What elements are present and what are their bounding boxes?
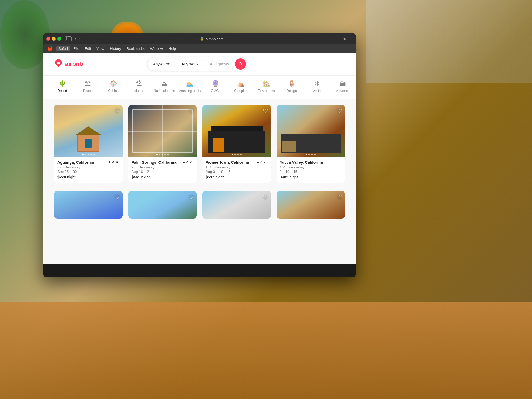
menu-window[interactable]: Window [148,46,165,51]
reader-icon[interactable]: ◑ [343,37,346,41]
menu-bookmarks[interactable]: Bookmarks [124,46,147,51]
category-islands[interactable]: 🏝 Islands [131,80,147,94]
search-button[interactable] [235,58,246,70]
listing-price-aguanga: $220 night [57,175,119,179]
listing-card-pioneertown[interactable]: ♡ Pioneertown, California ★ 4.95 [202,105,271,183]
category-amazing-pools[interactable]: 🏊 Amazing pools [181,80,198,94]
listing-card-row2-2[interactable]: ♡ [128,191,197,219]
listing-card-palmsprings[interactable]: ♡ Palm Springs, California ★ 4. [128,105,197,183]
airbnb-logo[interactable]: airbnb [54,59,83,70]
search-bar[interactable]: Anywhere Any week Add guests [147,57,247,71]
listing-image-palmsprings: ♡ [128,105,197,157]
listing-info-palmsprings: Palm Springs, California ★ 4.95 95 miles… [128,157,197,183]
category-amazing-pools-label: Amazing pools [179,89,201,93]
apple-menu[interactable]: 🍎 [47,46,53,51]
listing-location-pioneertown: Pioneertown, California [206,160,249,165]
category-arctic[interactable]: ❄ Arctic [309,80,326,94]
category-omg-label: OMG! [211,89,220,93]
star-icon: ★ [256,160,260,164]
listing-image-row2-4: ♡ [277,191,345,219]
logo-icon [54,59,63,70]
sidebar-toggle[interactable] [65,36,72,41]
menu-file[interactable]: File [71,46,81,51]
search-anywhere[interactable]: Anywhere [147,59,176,69]
listing-card-row2-3[interactable]: ♡ [202,191,271,219]
maximize-button[interactable] [57,37,61,41]
category-camping[interactable]: ⛺ Camping [232,80,249,94]
menu-safari[interactable]: Safari [56,46,70,51]
category-omg[interactable]: 🔮 OMG! [207,80,224,94]
menu-help[interactable]: Help [166,46,178,51]
listing-distance-yucca: 101 miles away [280,165,342,169]
airbnb-page: airbnb Anywhere Any week Add guests [43,53,356,264]
listing-price-pioneertown: $537 night [206,175,268,179]
listing-dates-yucca: Jul 10 – 15 [280,170,342,174]
logo-text: airbnb [65,60,83,68]
browser-controls: ◑ ⋯ [343,37,353,41]
beach-icon: ⛱ [85,80,91,87]
search-guests[interactable]: Add guests [204,59,235,69]
design-icon: 🪑 [288,80,296,87]
category-islands-label: Islands [134,89,144,93]
minimize-button[interactable] [52,37,56,41]
listing-dates-aguanga: Sep 25 – 30 [57,170,119,174]
wishlist-button-row2-1[interactable]: ♡ [114,194,120,201]
star-icon: ★ [182,160,186,164]
wishlist-button-pioneertown[interactable]: ♡ [263,108,268,115]
image-dots-yucca [306,154,316,155]
camping-icon: ⛺ [237,80,245,87]
listing-info-aguanga: Aguanga, California ★ 4.96 87 miles away… [54,157,123,183]
category-a-frames[interactable]: 🏔 A-frames [334,80,351,94]
listing-dates-palmsprings: Aug 16 – 21 [132,170,194,174]
category-beach[interactable]: ⛱ Beach [80,80,96,94]
search-any-week[interactable]: Any week [176,59,204,69]
arctic-icon: ❄ [315,80,320,87]
listing-image-aguanga: ♡ [54,105,123,157]
share-icon[interactable]: ⋯ [349,37,353,41]
listing-image-yucca: ♡ [277,105,345,157]
wishlist-button-row2-2[interactable]: ♡ [188,194,194,201]
category-cabins-label: Cabins [108,89,118,93]
listing-dates-pioneertown: Aug 31 – Sep 5 [206,170,268,174]
listing-card-row2-1[interactable]: ♡ [54,191,123,219]
wishlist-button-row2-4[interactable]: ♡ [337,194,342,201]
back-button[interactable]: ‹ [75,36,76,42]
menu-edit[interactable]: Edit [83,46,93,51]
wishlist-button-yucca[interactable]: ♡ [337,108,342,115]
national-parks-icon: ⛰ [161,80,167,87]
listing-card-yucca[interactable]: ♡ Yucca Valley, California 101 miles awa… [277,105,345,183]
amazing-pools-icon: 🏊 [186,80,194,87]
listing-image-row2-1: ♡ [54,191,123,219]
category-desert[interactable]: 🌵 Desert [54,80,71,94]
listing-card-aguanga[interactable]: ♡ Aguanga, California ★ 4.96 [54,105,123,183]
category-design-label: Design [287,89,297,93]
listing-rating-aguanga: ★ 4.96 [108,160,119,164]
cabins-icon: 🏠 [110,80,117,87]
listing-distance-pioneertown: 101 miles away [206,165,268,169]
category-arctic-label: Arctic [313,89,321,93]
wishlist-button-aguanga[interactable]: ♡ [114,108,120,115]
listing-price-yucca: $489 night [280,175,342,179]
category-tiny-homes[interactable]: 🏡 Tiny homes [258,80,275,94]
listing-card-row2-4[interactable]: ♡ [277,191,345,219]
category-cabins[interactable]: 🏠 Cabins [105,80,122,94]
listings-row2: ♡ ♡ ♡ ♡ [43,185,356,224]
tiny-homes-icon: 🏡 [263,80,270,87]
menu-view[interactable]: View [94,46,106,51]
image-dots-aguanga [82,154,95,155]
category-design[interactable]: 🪑 Design [283,80,300,94]
listing-info-yucca: Yucca Valley, California 101 miles away … [277,157,345,183]
category-national-parks[interactable]: ⛰ National parks [156,80,173,94]
url-display: airbnb.com [206,37,223,41]
window-reflection [366,0,532,83]
close-button[interactable] [46,37,50,41]
browser-address-bar[interactable]: 🔒 airbnb.com [82,37,341,41]
site-header: airbnb Anywhere Any week Add guests [43,53,356,76]
svg-line-1 [241,65,242,66]
omg-icon: 🔮 [212,80,219,87]
desert-icon: 🌵 [59,80,66,87]
star-icon: ★ [108,160,111,164]
menu-history[interactable]: History [108,46,123,51]
wishlist-button-row2-3[interactable]: ♡ [263,194,268,201]
wishlist-button-palmsprings[interactable]: ♡ [188,108,194,115]
